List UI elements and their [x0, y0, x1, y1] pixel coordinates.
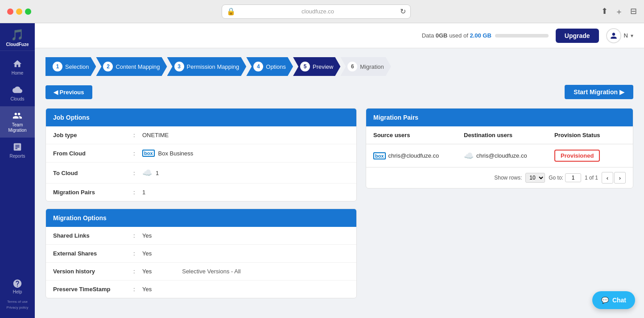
to-cloud-colon: : — [133, 170, 142, 176]
user-icon — [609, 31, 618, 40]
step-3-label: Permission Mapping — [187, 63, 239, 70]
box-cloud-icon: box — [142, 150, 155, 157]
provision-status-cell: Provisioned — [554, 150, 626, 162]
step-1-label: Selection — [65, 63, 89, 70]
from-cloud-row: From Cloud : box Box Business — [46, 144, 356, 163]
sidebar-item-help[interactable]: Help — [12, 276, 22, 297]
step-4-label: Options — [266, 63, 286, 70]
sidebar-migration-label: TeamMigration — [8, 122, 26, 133]
step-1-number: 1 — [53, 62, 62, 71]
user-menu[interactable]: N ▾ — [606, 28, 633, 43]
next-page-button[interactable]: › — [614, 172, 626, 184]
migration-pairs-card: Migration Pairs Source users Destination… — [366, 108, 633, 188]
go-to-input[interactable] — [565, 173, 581, 182]
from-cloud-value: box Box Business — [142, 150, 193, 157]
new-tab-icon[interactable]: ＋ — [615, 6, 623, 17]
team-migration-icon — [12, 111, 22, 121]
destination-user-email: chris@cloudfuze.co — [476, 152, 527, 159]
external-shares-label: External Shares — [53, 250, 133, 257]
shared-links-label: Shared Links — [53, 232, 133, 239]
user-name: N — [624, 32, 628, 39]
terms-link[interactable]: Terms of use — [7, 300, 28, 304]
sidebar-clouds-label: Clouds — [10, 96, 24, 102]
lock-icon: 🔒 — [227, 7, 235, 16]
maximize-button[interactable] — [25, 8, 31, 15]
close-button[interactable] — [7, 8, 13, 15]
share-icon[interactable]: ⬆ — [601, 6, 608, 17]
external-shares-colon: : — [133, 250, 142, 257]
job-type-value: ONETIME — [142, 132, 169, 138]
status-badge: Provisioned — [554, 150, 600, 162]
usage-bar-background — [495, 34, 549, 38]
reload-icon[interactable]: ↻ — [400, 7, 406, 16]
preserve-timestamp-colon: : — [133, 286, 142, 293]
migration-pairs-label: Migration Pairs — [53, 189, 133, 196]
migration-pairs-table: Source users Destination users Provision… — [366, 126, 633, 167]
browser-chrome: 🔒 cloudfuze.co ↻ ⬆ ＋ ⊟ — [0, 0, 644, 23]
destination-users-header: Destination users — [464, 132, 554, 138]
sidebar-logo: 🎵 CloudFuze — [0, 23, 35, 51]
wizard-step-5[interactable]: 5 Preview — [293, 57, 340, 76]
sidebar-item-clouds[interactable]: Clouds — [0, 80, 35, 106]
minimize-button[interactable] — [16, 8, 22, 15]
address-bar[interactable]: 🔒 cloudfuze.co ↻ — [222, 4, 411, 19]
migration-pairs-colon: : — [133, 189, 142, 196]
help-icon — [12, 279, 22, 289]
from-cloud-colon: : — [133, 150, 142, 157]
source-user-email: chris@cloudfuze.co — [388, 152, 439, 159]
external-shares-value: Yes — [142, 250, 152, 257]
chat-button[interactable]: 💬 Chat — [592, 291, 635, 309]
wizard-step-4[interactable]: 4 Options — [246, 57, 293, 76]
address-text: cloudfuze.co — [238, 8, 398, 15]
step-6-label: Migration — [360, 63, 384, 70]
preserve-timestamp-label: Preserve TimeStamp — [53, 286, 133, 293]
data-usage: Data 0GB used of 2.00 GB — [422, 32, 549, 39]
chat-label: Chat — [612, 297, 626, 304]
page-count: 1 of 1 — [585, 175, 598, 181]
to-cloud-row: To Cloud : ☁️ 1 — [46, 163, 356, 184]
sidebar-item-reports[interactable]: Reports — [0, 138, 35, 163]
wizard-step-3[interactable]: 3 Permission Mapping — [167, 57, 247, 76]
content-area: 1 Selection 2 Content Mapping 3 Permissi… — [35, 48, 644, 318]
prev-page-button[interactable]: ‹ — [602, 172, 613, 184]
windows-icon[interactable]: ⊟ — [630, 6, 637, 17]
job-type-label: Job type — [53, 132, 133, 138]
home-icon — [12, 59, 22, 69]
avatar — [606, 28, 621, 43]
destination-onedrive-icon: ☁️ — [464, 151, 474, 161]
migration-pairs-header: Migration Pairs — [366, 109, 633, 126]
traffic-lights — [7, 8, 31, 15]
left-column: Job Options Job type : ONETIME From Clou… — [45, 108, 357, 298]
pagination-buttons: ‹ › — [602, 172, 626, 184]
privacy-link[interactable]: Privacy policy — [7, 305, 29, 310]
step-6-number: 6 — [347, 62, 357, 71]
sidebar-brand-label: CloudFuze — [6, 42, 29, 47]
sidebar: 🎵 CloudFuze Home Clouds TeamMigration Re… — [0, 23, 35, 318]
migration-options-header: Migration Options — [46, 209, 356, 227]
sidebar-footer-links: Terms of use Privacy policy — [7, 299, 29, 311]
topbar: Data 0GB used of 2.00 GB Upgrade N ▾ — [35, 23, 644, 48]
step-2-number: 2 — [103, 62, 113, 71]
start-migration-button[interactable]: Start Migration ▶ — [565, 85, 633, 99]
rows-per-page-select[interactable]: 10 25 50 — [525, 173, 545, 183]
sidebar-item-home[interactable]: Home — [0, 54, 35, 80]
version-history-value: Yes Selective Versions - All — [142, 268, 241, 275]
wizard-step-2[interactable]: 2 Content Mapping — [96, 57, 167, 76]
goto-container: Go to: — [549, 173, 581, 182]
wizard-step-1[interactable]: 1 Selection — [45, 57, 96, 76]
migration-options-card: Migration Options Shared Links : Yes Ext… — [45, 209, 357, 298]
table-row: box chris@cloudfuze.co ☁️ chris@cloudfuz… — [366, 144, 633, 167]
job-options-header: Job Options — [46, 109, 356, 126]
step-5-number: 5 — [300, 62, 310, 71]
main-content: Job Options Job type : ONETIME From Clou… — [45, 108, 633, 298]
from-cloud-label: From Cloud — [53, 150, 133, 157]
previous-button[interactable]: ◀ Previous — [45, 85, 92, 99]
right-column: Migration Pairs Source users Destination… — [366, 108, 633, 298]
sidebar-item-team-migration[interactable]: TeamMigration — [0, 106, 35, 138]
data-label: Data 0GB used of 2.00 GB — [422, 32, 491, 39]
wizard-step-6[interactable]: 6 Migration — [340, 57, 391, 76]
pagination-bar: Show rows: 10 25 50 Go to: 1 of 1 — [366, 167, 633, 188]
upgrade-button[interactable]: Upgrade — [556, 29, 599, 43]
destination-user-cell: ☁️ chris@cloudfuze.co — [464, 151, 554, 161]
migration-pairs-row: Migration Pairs : 1 — [46, 184, 356, 201]
